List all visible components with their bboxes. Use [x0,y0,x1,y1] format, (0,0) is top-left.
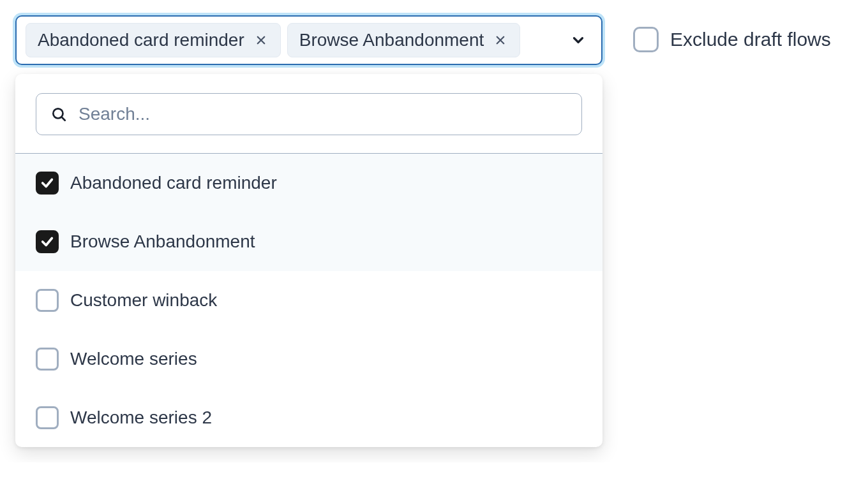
search-wrap [15,74,602,153]
checkbox-unchecked-icon[interactable] [36,348,59,371]
checkbox-checked-icon[interactable] [36,172,59,195]
chip-label: Browse Anbandonment [299,30,484,50]
option-label: Customer winback [70,290,217,311]
option-label: Browse Anbandonment [70,232,255,252]
checkbox-checked-icon[interactable] [36,230,59,253]
selected-chip: Abandoned card reminder [26,23,281,57]
search-input[interactable] [79,104,567,124]
search-icon [50,106,67,122]
exclude-label: Exclude draft flows [670,29,831,50]
option-browse-abandonment[interactable]: Browse Anbandonment [15,212,602,271]
checkbox-unchecked-icon[interactable] [36,406,59,429]
option-welcome-series-2[interactable]: Welcome series 2 [15,388,602,447]
chip-label: Abandoned card reminder [38,30,244,50]
option-label: Welcome series [70,349,197,369]
multiselect-control[interactable]: Abandoned card reminder Browse Anbandonm… [15,15,602,65]
chevron-down-icon[interactable] [564,26,592,54]
svg-line-5 [62,117,65,121]
option-label: Welcome series 2 [70,408,212,428]
dropdown-panel: Abandoned card reminder Browse Anbandonm… [15,74,602,447]
option-welcome-series[interactable]: Welcome series [15,330,602,388]
selected-chip: Browse Anbandonment [287,23,521,57]
checkbox-unchecked-icon[interactable] [36,289,59,312]
flow-multiselect: Abandoned card reminder Browse Anbandonm… [15,15,602,447]
exclude-checkbox[interactable] [633,27,659,52]
exclude-draft-flows: Exclude draft flows [633,15,831,52]
close-icon[interactable] [253,33,269,48]
option-customer-winback[interactable]: Customer winback [15,271,602,330]
option-label: Abandoned card reminder [70,173,277,193]
search-field[interactable] [36,93,582,135]
option-abandoned-card-reminder[interactable]: Abandoned card reminder [15,154,602,212]
close-icon[interactable] [493,33,508,48]
